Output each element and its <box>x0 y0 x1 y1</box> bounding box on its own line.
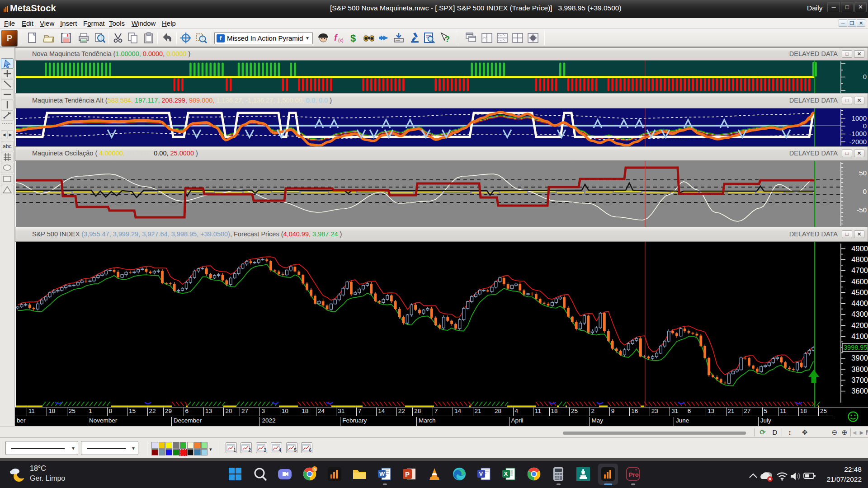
svg-text:3900: 3900 <box>851 354 868 362</box>
svg-text:$: $ <box>350 33 356 44</box>
svg-text:1000: 1000 <box>852 114 867 122</box>
svg-text:3998.95: 3998.95 <box>844 344 867 351</box>
svg-text:0: 0 <box>863 188 867 195</box>
svg-text:X: X <box>504 470 508 477</box>
svg-text:3600: 3600 <box>851 387 868 395</box>
svg-text:4300: 4300 <box>851 310 868 318</box>
svg-text:4200: 4200 <box>851 321 868 329</box>
svg-text:W: W <box>379 470 385 477</box>
svg-text:3700: 3700 <box>851 376 868 384</box>
svg-text:abc: abc <box>3 143 11 150</box>
svg-text:50: 50 <box>859 169 867 177</box>
svg-text:4500: 4500 <box>851 288 868 296</box>
svg-text:4400: 4400 <box>851 299 868 307</box>
svg-text:4900: 4900 <box>851 244 868 253</box>
svg-text:3800: 3800 <box>851 365 868 373</box>
svg-text:0: 0 <box>863 122 867 130</box>
svg-text:P: P <box>405 470 410 478</box>
svg-text:Pro: Pro <box>629 471 639 478</box>
svg-text:0: 0 <box>863 73 867 80</box>
svg-text:V: V <box>479 470 483 477</box>
svg-text:4600: 4600 <box>851 277 868 286</box>
svg-text:4700: 4700 <box>851 266 868 274</box>
svg-text:(x): (x) <box>338 38 344 43</box>
svg-text:-1000: -1000 <box>849 130 867 137</box>
svg-text:4800: 4800 <box>851 255 868 263</box>
svg-text:N: N <box>314 467 317 472</box>
svg-text:f: f <box>334 33 338 42</box>
svg-text:?: ? <box>445 35 450 44</box>
svg-text:*: * <box>635 468 637 473</box>
svg-text:-50: -50 <box>857 206 867 214</box>
svg-text:-2000: -2000 <box>849 138 867 145</box>
svg-text:4100: 4100 <box>851 332 868 340</box>
svg-text:s: s <box>3 116 5 120</box>
